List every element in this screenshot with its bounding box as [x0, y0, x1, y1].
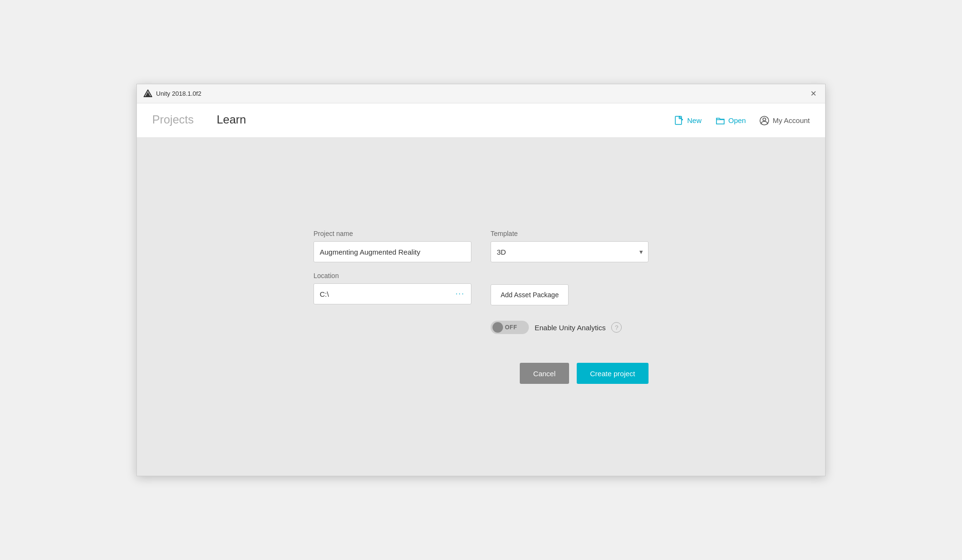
- template-select[interactable]: 3D 2D High-Definition RP Lightweight RP …: [491, 241, 649, 262]
- tab-projects[interactable]: Projects: [152, 113, 194, 128]
- asset-package-section: Add Asset Package: [491, 272, 649, 305]
- cancel-button[interactable]: Cancel: [520, 363, 569, 384]
- nav-tabs: Projects Learn: [152, 113, 246, 128]
- help-icon[interactable]: ?: [611, 322, 622, 333]
- unity-window: Unity 2018.1.0f2 ✕ Projects Learn New: [136, 84, 826, 476]
- form-container: Project name Location ···: [313, 230, 649, 384]
- title-bar: Unity 2018.1.0f2 ✕: [137, 84, 825, 103]
- location-group: Location ···: [313, 272, 471, 304]
- project-name-group: Project name: [313, 230, 471, 262]
- unity-logo-icon: [144, 90, 152, 98]
- nav-actions: New Open My Account: [674, 113, 810, 128]
- close-button[interactable]: ✕: [808, 88, 818, 100]
- analytics-toggle[interactable]: OFF: [491, 321, 529, 334]
- open-label: Open: [728, 116, 746, 124]
- add-asset-package-button[interactable]: Add Asset Package: [491, 284, 569, 305]
- analytics-label: Enable Unity Analytics: [535, 324, 605, 332]
- open-icon: [715, 115, 726, 126]
- template-select-wrapper: 3D 2D High-Definition RP Lightweight RP …: [491, 241, 649, 262]
- open-button[interactable]: Open: [715, 113, 746, 128]
- window-title: Unity 2018.1.0f2: [156, 90, 201, 97]
- project-name-input[interactable]: [313, 241, 471, 262]
- location-input[interactable]: [313, 283, 471, 304]
- title-bar-left: Unity 2018.1.0f2: [144, 90, 201, 98]
- nav-bar: Projects Learn New Open: [137, 103, 825, 138]
- template-group: Template 3D 2D High-Definition RP Lightw…: [491, 230, 649, 262]
- location-browse-button[interactable]: ···: [454, 288, 467, 300]
- toggle-off-label: OFF: [505, 324, 517, 331]
- my-account-label: My Account: [772, 116, 810, 124]
- location-input-wrapper: ···: [313, 283, 471, 304]
- toggle-circle: [492, 322, 503, 333]
- main-content: Project name Location ···: [137, 138, 825, 476]
- form-right-col: Template 3D 2D High-Definition RP Lightw…: [491, 230, 649, 334]
- svg-point-9: [763, 118, 766, 121]
- new-icon: [674, 115, 684, 126]
- new-label: New: [687, 116, 702, 124]
- create-project-button[interactable]: Create project: [577, 363, 649, 384]
- new-button[interactable]: New: [674, 113, 702, 128]
- tab-learn[interactable]: Learn: [217, 113, 246, 128]
- form-actions: Cancel Create project: [313, 363, 649, 384]
- form-two-col: Project name Location ···: [313, 230, 649, 334]
- project-name-label: Project name: [313, 230, 471, 237]
- template-label: Template: [491, 230, 649, 237]
- location-label: Location: [313, 272, 471, 280]
- account-icon: [759, 115, 770, 126]
- my-account-button[interactable]: My Account: [759, 113, 810, 128]
- form-left-col: Project name Location ···: [313, 230, 471, 334]
- analytics-row: OFF Enable Unity Analytics ?: [491, 321, 649, 334]
